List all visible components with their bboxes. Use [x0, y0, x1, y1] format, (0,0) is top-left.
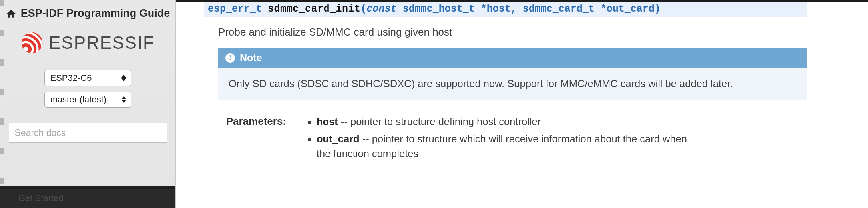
svg-point-5	[23, 47, 28, 52]
version-select[interactable]: master (latest)	[44, 92, 131, 108]
sig-return-type: esp_err_t	[208, 3, 262, 15]
sig-function-name: sdmmc_card_init	[268, 3, 361, 15]
note-admonition: ! Note Only SD cards (SDSC and SDHC/SDXC…	[218, 48, 807, 100]
chevron-updown-icon	[121, 70, 126, 86]
param-desc: pointer to structure defining host contr…	[350, 116, 541, 127]
target-select[interactable]: ESP32-C6	[44, 70, 131, 86]
param-sep: --	[338, 116, 350, 127]
left-gutter-strip	[0, 0, 4, 208]
sidebar: ESP-IDF Programming Guide ESPRESSIF ESP3…	[0, 0, 176, 208]
note-title: Note	[240, 52, 262, 64]
list-item: host -- pointer to structure defining ho…	[317, 114, 700, 129]
param-desc: pointer to structure which will receive …	[317, 133, 687, 159]
info-icon: !	[225, 53, 235, 63]
version-select-value: master (latest)	[50, 92, 107, 107]
sig-open-paren: (	[361, 3, 367, 15]
param-name: host	[317, 116, 338, 127]
note-header: ! Note	[218, 48, 807, 68]
parameters-block: Parameters: host -- pointer to structure…	[218, 114, 807, 164]
espressif-logo-icon	[21, 32, 43, 54]
sig-param1-type: sdmmc_host_t	[403, 3, 475, 15]
sig-param2-ptr: *	[595, 3, 607, 15]
param-sep: --	[360, 133, 372, 144]
chevron-updown-icon	[121, 92, 126, 107]
doc-home-link[interactable]: ESP-IDF Programming Guide	[6, 7, 170, 20]
sig-comma: ,	[511, 3, 523, 15]
main-content: esp_err_t sdmmc_card_init(const sdmmc_ho…	[176, 0, 868, 208]
sidebar-item-get-started[interactable]: Get Started	[0, 189, 175, 208]
search-input[interactable]	[9, 123, 167, 143]
sig-param2-name: out_card	[607, 3, 655, 15]
sig-const-keyword: const	[367, 3, 397, 15]
home-icon	[6, 8, 17, 19]
sig-param1-ptr: *	[475, 3, 487, 15]
note-body: Only SD cards (SDSC and SDHC/SDXC) are s…	[218, 68, 807, 100]
param-name: out_card	[317, 133, 360, 144]
sig-param2-type: sdmmc_card_t	[523, 3, 595, 15]
parameters-list: host -- pointer to structure defining ho…	[305, 114, 700, 164]
brand-logo[interactable]: ESPRESSIF	[21, 32, 155, 54]
list-item: out_card -- pointer to structure which w…	[317, 132, 700, 161]
function-signature[interactable]: esp_err_t sdmmc_card_init(const sdmmc_ho…	[204, 2, 807, 17]
function-description: Probe and initialize SD/MMC card using g…	[218, 26, 807, 38]
sidebar-item-label: Get Started	[18, 193, 64, 204]
target-select-value: ESP32-C6	[50, 70, 92, 86]
doc-title: ESP-IDF Programming Guide	[21, 7, 170, 20]
sig-close-paren: )	[655, 3, 661, 15]
parameters-label: Parameters:	[218, 114, 286, 164]
brand-name: ESPRESSIF	[49, 33, 155, 53]
sig-param1-name: host	[487, 3, 511, 15]
